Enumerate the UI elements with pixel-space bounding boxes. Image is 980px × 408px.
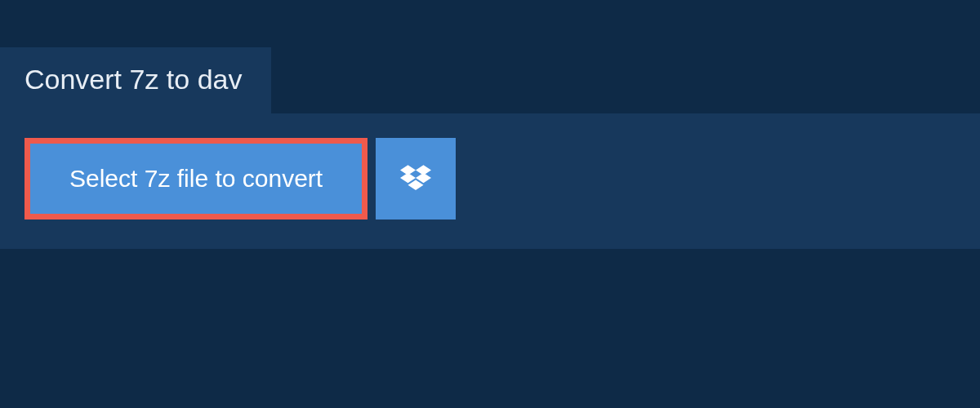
select-file-button[interactable]: Select 7z file to convert xyxy=(24,138,368,220)
upload-button-group: Select 7z file to convert xyxy=(24,138,956,220)
converter-panel: Select 7z file to convert xyxy=(0,113,980,249)
tab-header: Convert 7z to dav xyxy=(0,47,271,113)
select-file-label: Select 7z file to convert xyxy=(69,165,323,193)
dropbox-button[interactable] xyxy=(376,138,456,220)
dropbox-icon xyxy=(400,162,431,196)
tab-title: Convert 7z to dav xyxy=(24,64,242,95)
